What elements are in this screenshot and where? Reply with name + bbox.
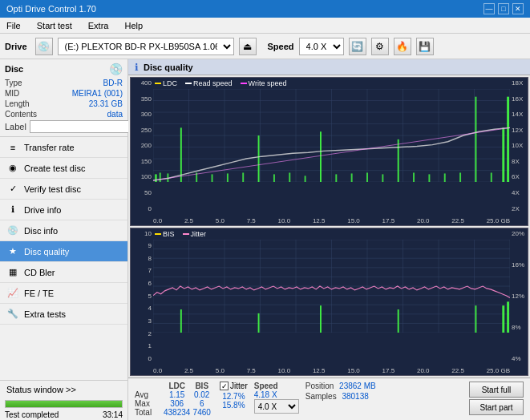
- eject-button[interactable]: ⏏: [239, 38, 257, 55]
- avg-jitter: 12.7%: [220, 392, 248, 401]
- chart2-y-axis-right: 20%16%12%8%4%: [510, 228, 528, 365]
- settings-button[interactable]: ⚙: [371, 38, 389, 55]
- status-window-button[interactable]: Status window >>: [0, 381, 127, 398]
- svg-rect-71: [398, 309, 399, 333]
- label-field-label: Label: [5, 122, 26, 131]
- disc-quality-header: ℹ Disc quality: [128, 59, 530, 75]
- position-label: Position 23862 MB: [305, 382, 376, 390]
- speed-select[interactable]: 4.0 X: [299, 38, 344, 55]
- svg-rect-35: [366, 172, 368, 182]
- create-test-disc-icon: ◉: [6, 162, 19, 175]
- legend-read-speed: Read speed: [185, 79, 233, 87]
- svg-rect-41: [459, 172, 461, 182]
- burn-button[interactable]: 🔥: [394, 38, 411, 55]
- mid-label: MID: [5, 89, 19, 98]
- sidebar-item-label-drive-info: Drive info: [24, 205, 61, 215]
- jitter-checkbox[interactable]: ✓ Jitter: [220, 382, 248, 390]
- svg-rect-43: [491, 172, 492, 182]
- sidebar-item-fe-te[interactable]: 📈 FE / TE: [0, 283, 127, 304]
- label-input[interactable]: [30, 120, 133, 133]
- titlebar: Opti Drive Control 1.70 — □ ✕: [0, 0, 530, 18]
- start-part-button[interactable]: Start part: [469, 399, 524, 415]
- jitter-col: ✓ Jitter 12.7% 15.8%: [220, 382, 248, 410]
- chart2-svg: [153, 240, 510, 333]
- chart1-svg: [153, 89, 510, 182]
- sidebar-item-verify-test-disc[interactable]: ✓ Verify test disc: [0, 179, 127, 200]
- close-button[interactable]: ✕: [512, 3, 524, 14]
- svg-rect-69: [258, 313, 260, 332]
- length-label: Length: [5, 99, 30, 108]
- chart2-legend: BIS Jitter: [155, 230, 206, 238]
- sidebar-item-disc-info[interactable]: 💿 Disc info: [0, 220, 127, 241]
- status-time: 33:14: [103, 410, 123, 419]
- jitter-label: Jitter: [230, 382, 248, 390]
- chart1-y-axis-left: 400350300250200150100500: [131, 78, 153, 214]
- samples-value: 380138: [342, 392, 368, 401]
- speed-dropdown[interactable]: 4.0 X: [254, 399, 299, 414]
- minimize-button[interactable]: —: [483, 3, 495, 14]
- sidebar-item-label-create-test-disc: Create test disc: [24, 164, 85, 173]
- svg-rect-74: [507, 301, 509, 333]
- svg-rect-34: [351, 173, 353, 182]
- disc-panel-icon: 💿: [109, 63, 123, 75]
- jitter-checkbox-box[interactable]: ✓: [220, 382, 229, 390]
- legend-write-dot: [241, 83, 247, 84]
- menu-help[interactable]: Help: [121, 19, 146, 32]
- max-jitter: 15.8%: [220, 401, 248, 410]
- verify-test-disc-icon: ✓: [6, 183, 19, 196]
- position-samples-col: Position 23862 MB Samples 380138: [305, 382, 376, 401]
- legend-jitter-dot: [183, 233, 189, 235]
- sidebar-item-disc-quality[interactable]: ★ Disc quality: [0, 241, 127, 262]
- svg-rect-36: [382, 174, 383, 182]
- position-value: 23862 MB: [339, 382, 376, 390]
- sidebar-item-transfer-rate[interactable]: ≡ Transfer rate: [0, 137, 127, 158]
- status-progress-fill: [6, 401, 122, 407]
- drive-select[interactable]: (E:) PLEXTOR BD-R PX-LB950SA 1.06: [58, 38, 234, 55]
- menu-start-test[interactable]: Start test: [34, 19, 75, 32]
- max-ldc: 306: [164, 399, 190, 408]
- max-bis: 6: [190, 399, 213, 408]
- bis-col-header: BIS: [190, 382, 213, 390]
- menu-extra[interactable]: Extra: [85, 19, 112, 32]
- svg-rect-68: [180, 309, 182, 333]
- chart-ldc: LDC Read speed Write speed 4003503002502…: [130, 77, 528, 226]
- svg-rect-31: [305, 176, 306, 182]
- sidebar-item-create-test-disc[interactable]: ◉ Create test disc: [0, 158, 127, 179]
- drive-label: Drive: [5, 42, 27, 51]
- sidebar-item-label-cd-bler: CD Bler: [24, 268, 55, 277]
- transfer-rate-icon: ≡: [6, 141, 19, 154]
- max-row-label: Max: [135, 399, 164, 408]
- svg-rect-33: [335, 174, 337, 182]
- legend-bis-label: BIS: [163, 230, 175, 238]
- legend-read-dot: [185, 83, 192, 84]
- avg-ldc: 1.15: [164, 390, 190, 399]
- chart-bis: BIS Jitter 109876543210 20%16%12%8%4% 0.…: [130, 228, 528, 377]
- drive-icon-btn[interactable]: 💿: [35, 38, 53, 55]
- start-full-button[interactable]: Start full: [469, 382, 524, 398]
- ldc-bis-table: LDC BIS Avg 1.15 0.02 Max 306 6 Total: [135, 382, 213, 417]
- mid-value: MEIRA1 (001): [72, 89, 123, 98]
- content-area: ℹ Disc quality LDC Read speed: [128, 59, 530, 420]
- total-bis: 7460: [190, 408, 213, 417]
- svg-rect-40: [444, 173, 446, 182]
- cd-bler-icon: ▦: [6, 266, 19, 279]
- avg-bis: 0.02: [190, 390, 213, 399]
- start-buttons: Start full Start part: [469, 382, 524, 415]
- chart2-y-axis-left: 109876543210: [131, 228, 153, 365]
- maximize-button[interactable]: □: [498, 3, 509, 14]
- status-progress-bar: [5, 400, 123, 408]
- fe-te-icon: 📈: [6, 287, 19, 300]
- sidebar-item-label-disc-quality: Disc quality: [24, 247, 69, 256]
- legend-bis: BIS: [155, 230, 175, 238]
- svg-rect-28: [258, 135, 260, 182]
- sidebar-item-cd-bler[interactable]: ▦ CD Bler: [0, 262, 127, 283]
- menu-file[interactable]: File: [3, 19, 24, 32]
- refresh-button[interactable]: 🔄: [349, 38, 366, 55]
- chart2-x-axis: 0.02.55.07.510.012.515.017.520.022.525.0…: [153, 364, 510, 375]
- samples-label: Samples 380138: [305, 392, 376, 401]
- avg-row-label: Avg: [135, 390, 164, 399]
- save-button[interactable]: 💾: [416, 38, 434, 55]
- svg-rect-25: [212, 174, 213, 182]
- sidebar-item-drive-info[interactable]: ℹ Drive info: [0, 200, 127, 220]
- sidebar-item-extra-tests[interactable]: 🔧 Extra tests: [0, 304, 127, 325]
